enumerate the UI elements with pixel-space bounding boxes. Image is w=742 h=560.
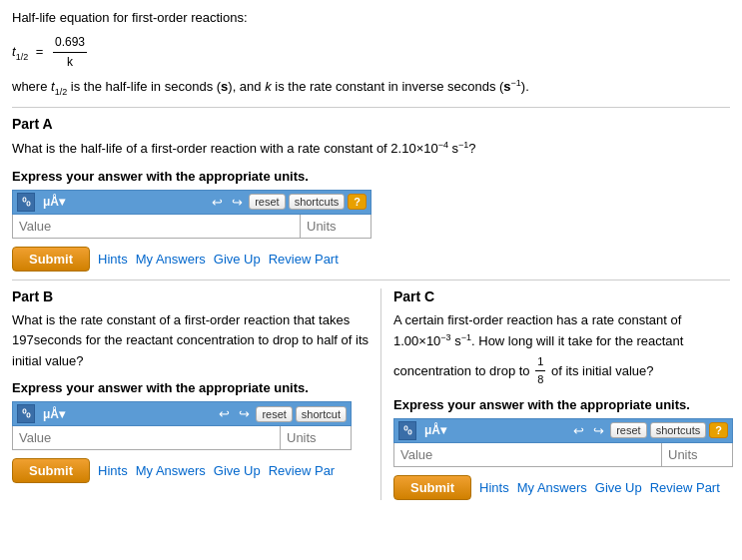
part-b-submit-button[interactable]: Submit <box>12 458 90 483</box>
part-b-give-up-link[interactable]: Give Up <box>214 463 261 478</box>
part-a-units-input[interactable] <box>301 215 371 238</box>
part-c-units-input[interactable] <box>662 443 732 466</box>
fraction: 0.693 k <box>53 33 87 72</box>
part-c-give-up-link[interactable]: Give Up <box>595 480 642 495</box>
part-a-value-input[interactable] <box>13 215 301 238</box>
part-c-review-part-link[interactable]: Review Part <box>650 480 720 495</box>
part-a-undo-button[interactable]: ↩ <box>209 195 226 210</box>
part-c-icon-group[interactable]: ⁰₀ <box>398 421 416 440</box>
part-c-title: Part C <box>393 288 733 304</box>
part-b-question: What is the rate constant of a first-ord… <box>12 310 372 372</box>
part-a-section: Part A What is the half-life of a first-… <box>12 116 730 271</box>
part-c-mu-button[interactable]: μÅ▾ <box>421 422 449 438</box>
part-a-action-row: Submit Hints My Answers Give Up Review P… <box>12 247 730 272</box>
part-b-formula-icon: ⁰₀ <box>22 407 30 420</box>
part-c-value-input[interactable] <box>394 443 662 466</box>
part-c-my-answers-link[interactable]: My Answers <box>517 480 587 495</box>
part-c-question: A certain first-order reaction has a rat… <box>393 310 733 389</box>
part-c-hints-link[interactable]: Hints <box>479 480 509 495</box>
part-c-submit-button[interactable]: Submit <box>393 475 471 500</box>
part-a-toolbar: ⁰₀ μÅ▾ ↩ ↪ reset shortcuts ? <box>12 190 371 215</box>
part-c-section: Part C A certain first-order reaction ha… <box>381 288 733 500</box>
part-b-reset-button[interactable]: reset <box>256 406 292 422</box>
part-a-input-container: ⁰₀ μÅ▾ ↩ ↪ reset shortcuts ? <box>12 190 371 239</box>
part-a-redo-button[interactable]: ↪ <box>229 195 246 210</box>
part-b-express: Express your answer with the appropriate… <box>12 380 372 395</box>
part-a-question: What is the half-life of a first-order r… <box>12 138 730 160</box>
page-container: Half-life equation for first-order react… <box>0 0 742 508</box>
part-b-toolbar: ⁰₀ μÅ▾ ↩ ↪ reset shortcut <box>12 401 352 426</box>
parts-bc-container: Part B What is the rate constant of a fi… <box>12 288 730 500</box>
part-c-input-row <box>393 443 733 467</box>
part-b-shortcuts-button[interactable]: shortcut <box>296 406 347 422</box>
part-b-value-input[interactable] <box>13 426 281 449</box>
part-a-icon-group[interactable]: ⁰₀ <box>17 193 35 212</box>
part-a-give-up-link[interactable]: Give Up <box>214 252 261 267</box>
equation-intro: Half-life equation for first-order react… <box>12 8 730 29</box>
part-c-express: Express your answer with the appropriate… <box>393 397 733 412</box>
part-c-input-container: ⁰₀ μÅ▾ ↩ ↪ reset shortcuts ? <box>393 418 733 467</box>
part-b-section: Part B What is the rate constant of a fi… <box>12 288 381 500</box>
part-a-submit-button[interactable]: Submit <box>12 247 90 272</box>
parts-divider <box>12 280 730 280</box>
part-a-express: Express your answer with the appropriate… <box>12 169 730 184</box>
part-a-input-row <box>12 215 371 239</box>
part-b-mu-button[interactable]: μÅ▾ <box>40 406 68 422</box>
formula-icon: ⁰₀ <box>22 196 30 209</box>
part-c-action-row: Submit Hints My Answers Give Up Review P… <box>393 475 733 500</box>
one-eighth-fraction: 1 8 <box>535 353 545 389</box>
part-c-help-button[interactable]: ? <box>709 422 728 438</box>
part-b-input-row <box>12 426 352 450</box>
part-a-mu-button[interactable]: μÅ▾ <box>40 194 68 210</box>
part-a-my-answers-link[interactable]: My Answers <box>136 252 206 267</box>
section-divider <box>12 107 730 108</box>
part-b-action-row: Submit Hints My Answers Give Up Review P… <box>12 458 372 483</box>
equation-formula: t1/2 = 0.693 k <box>12 33 730 72</box>
part-b-my-answers-link[interactable]: My Answers <box>136 463 206 478</box>
part-a-shortcuts-button[interactable]: shortcuts <box>289 194 346 210</box>
equation-description: where t1/2 is the half-life in seconds (… <box>12 76 730 99</box>
part-b-units-input[interactable] <box>281 426 351 449</box>
part-a-review-part-link[interactable]: Review Part <box>269 252 339 267</box>
part-b-title: Part B <box>12 288 372 304</box>
equation-section: Half-life equation for first-order react… <box>12 8 730 99</box>
part-a-title: Part A <box>12 116 730 132</box>
part-c-reset-button[interactable]: reset <box>610 422 646 438</box>
part-a-hints-link[interactable]: Hints <box>98 252 128 267</box>
part-b-undo-button[interactable]: ↩ <box>216 406 233 421</box>
part-b-redo-button[interactable]: ↪ <box>236 406 253 421</box>
part-a-reset-button[interactable]: reset <box>249 194 285 210</box>
part-b-review-part-link[interactable]: Review Par <box>269 463 335 478</box>
part-b-hints-link[interactable]: Hints <box>98 463 128 478</box>
part-a-help-button[interactable]: ? <box>348 194 367 210</box>
part-c-redo-button[interactable]: ↪ <box>590 423 607 438</box>
part-c-toolbar: ⁰₀ μÅ▾ ↩ ↪ reset shortcuts ? <box>393 418 733 443</box>
part-b-icon-group[interactable]: ⁰₀ <box>17 404 35 423</box>
part-c-undo-button[interactable]: ↩ <box>570 423 587 438</box>
part-c-formula-icon: ⁰₀ <box>403 424 411 437</box>
part-b-input-container: ⁰₀ μÅ▾ ↩ ↪ reset shortcut <box>12 401 352 450</box>
part-c-shortcuts-button[interactable]: shortcuts <box>650 422 707 438</box>
